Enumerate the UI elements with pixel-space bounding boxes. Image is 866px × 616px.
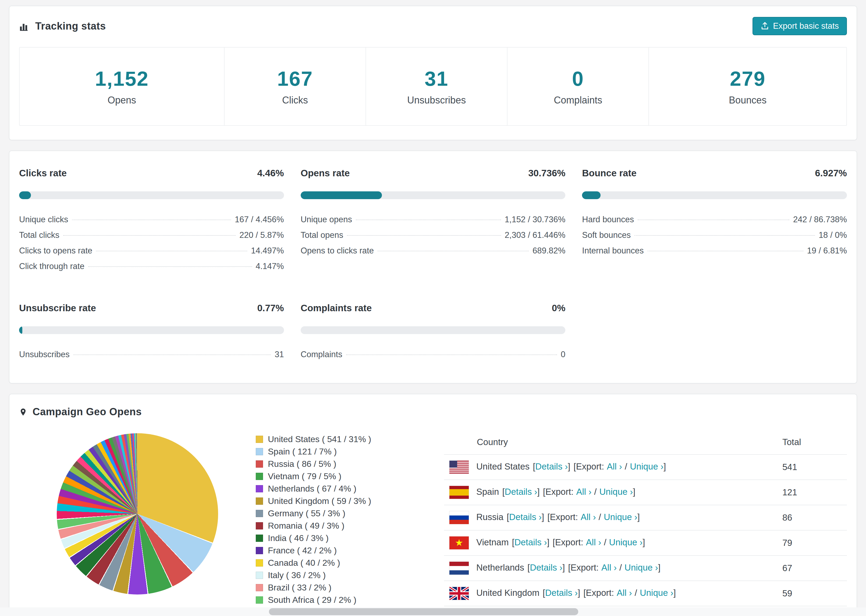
bracket-close: ] — [542, 512, 544, 522]
export-links-group: [Export:All ›/Unique ›] — [568, 563, 661, 572]
rate-title: Bounce rate — [582, 168, 636, 178]
export-unique-link[interactable]: Unique › — [640, 588, 674, 598]
rate-title: Clicks rate — [19, 168, 67, 178]
legend-swatch — [256, 473, 263, 480]
legend-item-united-states: United States ( 541 / 31% ) — [256, 434, 444, 444]
legend-item-india: India ( 46 / 3% ) — [256, 533, 444, 543]
bracket-open: [ — [533, 462, 535, 471]
export-links-group: [Export:All ›/Unique ›] — [553, 537, 645, 547]
rates-card: Clicks rate4.46%Unique clicks167 / 4.456… — [9, 151, 857, 383]
country-name: Russia — [476, 512, 504, 522]
stat-clicks: 167Clicks — [224, 47, 365, 125]
export-all-link[interactable]: All › — [576, 487, 592, 497]
total-cell: 86 — [783, 505, 847, 530]
stat-label: Opens — [20, 94, 224, 106]
country-cell: United States[Details ›][Export:All ›/Un… — [444, 454, 783, 480]
details-link[interactable]: Details › — [530, 563, 562, 572]
export-prefix: [Export: — [568, 563, 599, 572]
export-unique-link[interactable]: Unique › — [600, 487, 633, 497]
export-basic-stats-button[interactable]: Export basic stats — [753, 17, 847, 35]
es-flag-icon — [449, 486, 469, 499]
legend-item-germany: Germany ( 55 / 3% ) — [256, 509, 444, 519]
horizontal-scrollbar-thumb[interactable] — [269, 608, 578, 615]
geo-legend: United States ( 541 / 31% )Spain ( 121 /… — [256, 430, 444, 616]
bracket-close: ] — [537, 487, 540, 497]
details-link[interactable]: Details › — [509, 512, 542, 522]
export-unique-link[interactable]: Unique › — [604, 512, 638, 522]
export-links-group: [Export:All ›/Unique ›] — [543, 487, 636, 497]
legend-swatch — [256, 559, 263, 567]
export-all-link[interactable]: All › — [607, 462, 622, 471]
export-all-link[interactable]: All › — [586, 537, 601, 547]
legend-swatch — [256, 572, 263, 579]
horizontal-scrollbar-track[interactable] — [0, 607, 866, 616]
export-links-group: [Export:All ›/Unique ›] — [547, 512, 640, 522]
country-cell: Netherlands[Details ›][Export:All ›/Uniq… — [444, 556, 783, 581]
details-link[interactable]: Details › — [515, 537, 547, 547]
progress-bar — [301, 191, 565, 199]
details-link[interactable]: Details › — [505, 487, 537, 497]
rate-row-value: 689.82% — [532, 246, 565, 256]
rate-row-total-clicks: Total clicks220 / 5.87% — [19, 230, 284, 246]
legend-item-brazil: Brazil ( 33 / 2% ) — [256, 583, 444, 592]
stat-label: Complaints — [507, 94, 649, 106]
geo-opens-pie-chart[interactable] — [57, 433, 218, 594]
country-column-header: Country — [444, 430, 783, 454]
rate-row-value: 14.497% — [251, 246, 284, 256]
export-unique-link[interactable]: Unique › — [625, 563, 658, 572]
export-icon — [761, 22, 769, 30]
table-row-united-states: United States[Details ›][Export:All ›/Un… — [444, 454, 847, 480]
legend-swatch — [256, 547, 263, 554]
rate-row-value: 242 / 86.738% — [793, 215, 847, 225]
dotted-leader — [346, 355, 557, 355]
rate-row-total-opens: Total opens2,303 / 61.446% — [301, 230, 565, 246]
campaign-geo-opens-card: Campaign Geo Opens United States ( 541 /… — [9, 394, 857, 616]
legend-label: Canada ( 40 / 2% ) — [268, 558, 340, 568]
legend-item-vietnam: Vietnam ( 79 / 5% ) — [256, 471, 444, 481]
legend-label: Spain ( 121 / 7% ) — [268, 447, 337, 457]
country-name: United States — [476, 462, 529, 471]
progress-bar — [19, 191, 284, 199]
rate-row-value: 19 / 6.81% — [807, 246, 847, 256]
legend-swatch — [256, 510, 263, 517]
stat-opens: 1,152Opens — [20, 47, 224, 125]
country-name: Vietnam — [476, 537, 509, 547]
dotted-leader — [638, 220, 789, 220]
rate-title: Unsubscribe rate — [19, 303, 96, 313]
rate-section-header: Bounce rate6.927% — [582, 168, 847, 178]
legend-item-russia: Russia ( 86 / 5% ) — [256, 459, 444, 469]
details-link[interactable]: Details › — [545, 588, 578, 598]
geo-body: United States ( 541 / 31% )Spain ( 121 /… — [19, 430, 847, 616]
geo-table: Country Total United States[Details ›][E… — [444, 430, 847, 616]
export-prefix: [Export: — [574, 462, 604, 471]
rate-title: Opens rate — [301, 168, 350, 178]
details-link-group: [Details ›] — [533, 462, 570, 471]
legend-item-united-kingdom: United Kingdom ( 59 / 3% ) — [256, 496, 444, 506]
rate-row-label: Clicks to opens rate — [19, 246, 92, 256]
legend-label: United Kingdom ( 59 / 3% ) — [268, 496, 371, 506]
rate-row-label: Internal bounces — [582, 246, 644, 256]
details-link[interactable]: Details › — [535, 462, 568, 471]
legend-label: India ( 46 / 3% ) — [268, 533, 329, 543]
bracket-close: ] — [562, 563, 565, 572]
bracket-close: ] — [674, 588, 676, 598]
country-name: United Kingdom — [476, 588, 540, 598]
rate-section-header: Complaints rate0% — [301, 303, 565, 313]
export-all-link[interactable]: All › — [581, 512, 596, 522]
export-links-group: [Export:All ›/Unique ›] — [574, 462, 666, 471]
progress-bar-fill — [19, 191, 31, 199]
rate-row-soft-bounces: Soft bounces18 / 0% — [582, 230, 847, 246]
legend-swatch — [256, 460, 263, 468]
export-all-link[interactable]: All › — [617, 588, 632, 598]
export-all-link[interactable]: All › — [601, 563, 617, 572]
rate-section-header: Unsubscribe rate0.77% — [19, 303, 284, 313]
export-unique-link[interactable]: Unique › — [609, 537, 643, 547]
export-unique-link[interactable]: Unique › — [630, 462, 663, 471]
rate-row-label: Opens to clicks rate — [301, 246, 374, 256]
dotted-leader — [73, 355, 271, 355]
country-name: Spain — [476, 487, 499, 497]
legend-label: Germany ( 55 / 3% ) — [268, 509, 345, 519]
us-flag-icon — [449, 460, 469, 473]
legend-item-italy: Italy ( 36 / 2% ) — [256, 570, 444, 580]
legend-swatch — [256, 534, 263, 542]
